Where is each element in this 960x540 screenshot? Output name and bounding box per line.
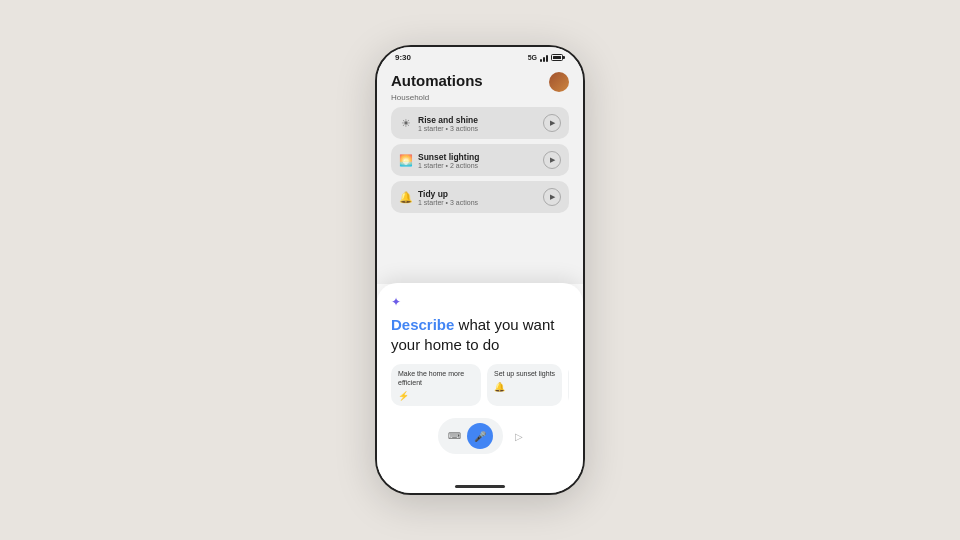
automation-item-tidy[interactable]: 🔔 Tidy up 1 starter • 3 actions ▶ — [391, 181, 569, 213]
automation-name: Rise and shine — [418, 115, 478, 125]
status-bar: 9:30 5G — [377, 47, 583, 64]
section-label: Household — [391, 93, 569, 102]
automation-left-sunset: 🌅 Sunset lighting 1 starter • 2 actions — [399, 152, 479, 169]
automations-screen: Automations Household ☀ Rise and shine 1… — [377, 64, 583, 284]
automation-name-sunset: Sunset lighting — [418, 152, 479, 162]
chip-efficient[interactable]: Make the home more efficient ⚡ — [391, 364, 481, 406]
chip-efficient-text: Make the home more efficient — [398, 369, 474, 387]
bottom-toolbar: ⌨ 🎤 ▷ — [391, 416, 569, 454]
mic-button[interactable]: 🎤 — [467, 423, 493, 449]
sunset-icon: 🌅 — [399, 153, 413, 167]
play-button-sunset[interactable]: ▶ — [543, 151, 561, 169]
automation-item-sunset[interactable]: 🌅 Sunset lighting 1 starter • 2 actions … — [391, 144, 569, 176]
phone-frame: 9:30 5G Automations Household ☀ — [375, 45, 585, 495]
automation-name-tidy: Tidy up — [418, 189, 478, 199]
rise-icon: ☀ — [399, 116, 413, 130]
chips-row: Make the home more efficient ⚡ Set up su… — [391, 364, 569, 406]
describe-highlight: Describe — [391, 316, 454, 333]
play-button-rise[interactable]: ▶ — [543, 114, 561, 132]
automation-sub-sunset: 1 starter • 2 actions — [418, 162, 479, 169]
automation-sub: 1 starter • 3 actions — [418, 125, 478, 132]
chip-efficient-icon: ⚡ — [398, 391, 474, 401]
status-right: 5G — [528, 54, 565, 62]
automation-sub-tidy: 1 starter • 3 actions — [418, 199, 478, 206]
play-button-tidy[interactable]: ▶ — [543, 188, 561, 206]
chip-sunset-icon: 🔔 — [494, 382, 555, 392]
keyboard-icon[interactable]: ⌨ — [448, 431, 461, 441]
automation-item-rise[interactable]: ☀ Rise and shine 1 starter • 3 actions ▶ — [391, 107, 569, 139]
automation-info-tidy: Tidy up 1 starter • 3 actions — [418, 189, 478, 206]
network-label: 5G — [528, 54, 537, 61]
automation-left: ☀ Rise and shine 1 starter • 3 actions — [399, 115, 478, 132]
battery-icon — [551, 54, 565, 61]
chip-sunset[interactable]: Set up sunset lights 🔔 — [487, 364, 562, 406]
signal-icon — [540, 54, 548, 62]
describe-text: Describe what you want your home to do — [391, 315, 569, 354]
home-indicator — [455, 485, 505, 488]
automation-left-tidy: 🔔 Tidy up 1 starter • 3 actions — [399, 189, 478, 206]
avatar — [549, 72, 569, 92]
tidy-icon: 🔔 — [399, 190, 413, 204]
input-group[interactable]: ⌨ 🎤 — [438, 418, 503, 454]
mic-icon: 🎤 — [474, 431, 486, 442]
automation-info-sunset: Sunset lighting 1 starter • 2 actions — [418, 152, 479, 169]
send-button[interactable]: ▷ — [515, 431, 523, 442]
bottom-sheet: ✦ Describe what you want your home to do… — [377, 283, 583, 493]
time-display: 9:30 — [395, 53, 411, 62]
automation-info: Rise and shine 1 starter • 3 actions — [418, 115, 478, 132]
chip-play-partial[interactable]: Play... — [568, 364, 569, 406]
chip-sunset-text: Set up sunset lights — [494, 369, 555, 378]
app-title: Automations — [391, 72, 483, 89]
ai-sparkle-icon: ✦ — [391, 295, 569, 309]
